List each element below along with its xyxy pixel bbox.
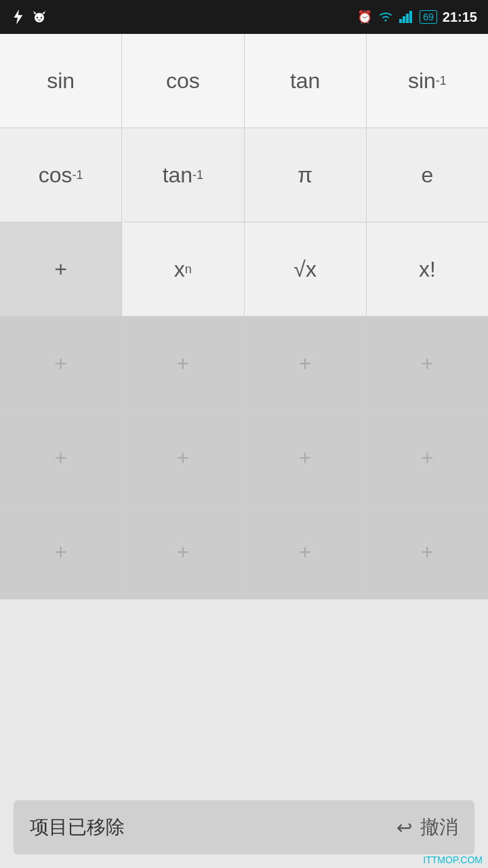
calc-row-1: sin cos tan sin-1 (0, 34, 488, 128)
placeholder-r6c2[interactable]: + (122, 505, 244, 599)
placeholder-r4c1[interactable]: + (0, 317, 122, 410)
plus-button-r3[interactable]: + (0, 222, 122, 316)
bottom-area (0, 599, 488, 816)
calc-row-5: + + + + (0, 411, 488, 505)
tan-inv-button[interactable]: tan-1 (122, 128, 244, 222)
undo-icon: ↩ (396, 816, 412, 839)
snackbar-action-label: 撤消 (420, 814, 458, 840)
calc-row-3: + xn √x x! (0, 222, 488, 317)
snackbar: 项目已移除 ↩ 撤消 (14, 800, 474, 854)
e-button[interactable]: e (367, 128, 488, 222)
svg-point-2 (37, 17, 38, 18)
calc-row-2: cos-1 tan-1 π e (0, 128, 488, 222)
calculator-grid: sin cos tan sin-1 cos-1 tan-1 π e + (0, 34, 488, 599)
placeholder-r5c1[interactable]: + (0, 411, 122, 505)
sin-button[interactable]: sin (0, 34, 122, 127)
svg-rect-4 (399, 19, 402, 23)
cos-button[interactable]: cos (122, 34, 244, 127)
alarm-icon: ⏰ (357, 9, 372, 24)
pi-button[interactable]: π (245, 128, 367, 222)
sin-inv-button[interactable]: sin-1 (367, 34, 488, 127)
factorial-button[interactable]: x! (367, 222, 488, 316)
calc-row-4: + + + + (0, 317, 488, 411)
placeholder-r5c2[interactable]: + (122, 411, 244, 505)
svg-marker-0 (14, 9, 23, 24)
wifi-icon (378, 11, 394, 23)
watermark: ITTMOP.COM (423, 854, 483, 865)
snackbar-undo-action[interactable]: ↩ 撤消 (396, 814, 458, 840)
sqrt-button[interactable]: √x (245, 222, 367, 316)
placeholder-r4c3[interactable]: + (245, 317, 367, 410)
cat-icon (31, 9, 47, 25)
battery-icon: 69 (420, 10, 437, 24)
svg-point-3 (41, 17, 42, 18)
placeholder-r6c1[interactable]: + (0, 505, 122, 599)
calc-row-6: + + + + (0, 505, 488, 599)
status-time: 21:15 (443, 9, 477, 25)
status-left-icons (11, 9, 47, 25)
svg-rect-5 (403, 16, 405, 23)
status-bar: ⏰ 69 21:15 (0, 0, 488, 34)
placeholder-r6c3[interactable]: + (245, 505, 367, 599)
xn-button[interactable]: xn (122, 222, 244, 316)
svg-rect-7 (409, 11, 412, 23)
placeholder-r4c4[interactable]: + (367, 317, 488, 410)
placeholder-r4c2[interactable]: + (122, 317, 244, 410)
snackbar-message: 项目已移除 (30, 814, 125, 840)
placeholder-r5c4[interactable]: + (367, 411, 488, 505)
lightning-icon (11, 9, 24, 24)
signal-icon (399, 11, 414, 23)
placeholder-r5c3[interactable]: + (245, 411, 367, 505)
svg-rect-6 (406, 14, 409, 23)
cos-inv-button[interactable]: cos-1 (0, 128, 122, 222)
placeholder-r6c4[interactable]: + (367, 505, 488, 599)
tan-button[interactable]: tan (245, 34, 367, 127)
status-right-icons: ⏰ 69 21:15 (357, 9, 477, 25)
svg-point-1 (35, 13, 44, 22)
